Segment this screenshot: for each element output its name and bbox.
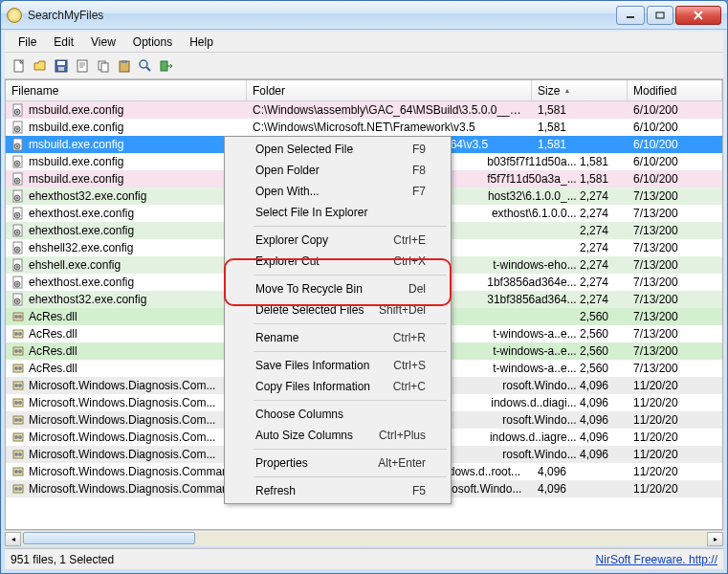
size-text: 4,096 — [532, 465, 628, 478]
context-item[interactable]: RenameCtrl+R — [227, 327, 449, 348]
context-item[interactable]: Choose Columns — [227, 404, 449, 425]
close-icon — [693, 11, 704, 20]
context-label: Delete Selected Files — [255, 303, 379, 317]
svg-point-66 — [18, 401, 22, 405]
context-item[interactable]: Open With...F7 — [227, 181, 449, 202]
modified-text: 11/20/20 — [628, 448, 722, 461]
svg-point-45 — [16, 283, 18, 285]
context-separator — [254, 275, 447, 276]
svg-point-81 — [18, 487, 22, 491]
svg-point-63 — [18, 384, 22, 387]
save-icon[interactable] — [53, 57, 70, 75]
context-shortcut: F7 — [412, 185, 426, 198]
menu-edit[interactable]: Edit — [46, 33, 81, 51]
context-item[interactable]: Explorer CopyCtrl+E — [227, 230, 449, 251]
menu-help[interactable]: Help — [182, 33, 221, 51]
filename-text: msbuild.exe.config — [29, 155, 123, 168]
filename-text: AcRes.dll — [29, 344, 77, 358]
header-filename[interactable]: Filename — [6, 80, 247, 100]
svg-point-65 — [14, 401, 18, 405]
copy-icon[interactable] — [95, 57, 112, 75]
svg-point-21 — [16, 145, 18, 147]
context-item[interactable]: Save Files InformationCtrl+S — [227, 355, 449, 376]
svg-rect-12 — [161, 61, 167, 71]
svg-rect-5 — [58, 67, 64, 71]
file-icon — [11, 310, 25, 323]
context-shortcut: Ctrl+S — [393, 359, 426, 372]
folder-text: C:\Windows\assembly\GAC_64\MSBuild\3.5.0… — [247, 103, 532, 117]
titlebar[interactable]: SearchMyFiles — [1, 1, 727, 30]
file-icon — [11, 172, 25, 186]
context-item[interactable]: RefreshF5 — [227, 480, 449, 501]
search-icon[interactable] — [137, 57, 154, 75]
minimize-button[interactable] — [616, 6, 645, 25]
context-label: Properties — [255, 456, 378, 470]
svg-rect-8 — [101, 63, 108, 72]
svg-point-74 — [14, 453, 18, 456]
paste-icon[interactable] — [116, 57, 133, 75]
context-shortcut: F8 — [412, 164, 426, 177]
modified-text: 7/13/200 — [628, 207, 722, 220]
context-item[interactable]: Auto Size ColumnsCtrl+Plus — [227, 425, 449, 446]
filename-text: AcRes.dll — [29, 310, 77, 323]
svg-point-27 — [16, 180, 18, 182]
scroll-left-button[interactable]: ◂ — [5, 532, 21, 546]
table-row[interactable]: msbuild.exe.configC:\Windows\Microsoft.N… — [6, 119, 722, 136]
maximize-button[interactable] — [647, 6, 673, 25]
exit-icon[interactable] — [158, 57, 175, 75]
menu-file[interactable]: File — [11, 33, 44, 51]
file-icon — [11, 224, 25, 237]
scroll-track[interactable] — [21, 532, 707, 546]
filename-text: ehexthost.exe.config — [29, 207, 134, 220]
open-icon[interactable] — [32, 57, 49, 75]
svg-point-15 — [16, 111, 18, 113]
text-icon[interactable] — [74, 57, 91, 75]
file-icon — [11, 103, 25, 117]
header-modified[interactable]: Modified — [628, 80, 722, 100]
context-item[interactable]: Open Selected FileF9 — [227, 139, 449, 160]
new-icon[interactable] — [11, 57, 28, 75]
file-icon — [11, 121, 25, 134]
svg-point-72 — [18, 435, 22, 439]
svg-rect-0 — [627, 16, 634, 18]
svg-point-48 — [16, 300, 18, 302]
modified-text: 7/13/200 — [628, 293, 722, 306]
filename-text: Microsoft.Windows.Diagnosis.Com... — [29, 448, 215, 461]
filename-text: Microsoft.Windows.Diagnosis.Com... — [29, 379, 215, 392]
context-label: Open Selected File — [255, 143, 412, 156]
svg-point-62 — [14, 384, 18, 387]
close-button[interactable] — [675, 6, 721, 25]
svg-point-33 — [16, 214, 18, 216]
context-shortcut: Shift+Del — [379, 303, 426, 317]
filename-text: Microsoft.Windows.Diagnosis.Com... — [29, 430, 215, 444]
svg-point-39 — [16, 249, 18, 251]
scroll-right-button[interactable]: ▸ — [707, 532, 723, 546]
context-item[interactable]: PropertiesAlt+Enter — [227, 453, 449, 474]
svg-point-53 — [14, 332, 18, 336]
svg-point-69 — [18, 418, 22, 422]
svg-point-60 — [18, 366, 22, 370]
filename-text: ehexthost32.exe.config — [29, 293, 146, 306]
svg-point-75 — [18, 453, 22, 456]
table-row[interactable]: msbuild.exe.configC:\Windows\assembly\GA… — [6, 101, 722, 119]
filename-text: msbuild.exe.config — [29, 138, 123, 151]
menu-options[interactable]: Options — [125, 33, 180, 51]
menu-view[interactable]: View — [83, 33, 123, 51]
context-item[interactable]: Explorer CutCtrl+X — [227, 251, 449, 272]
context-item[interactable]: Select File In Explorer — [227, 202, 449, 223]
minimize-icon — [626, 11, 635, 19]
context-item[interactable]: Move To Recycle BinDel — [227, 278, 449, 299]
context-separator — [254, 226, 447, 227]
file-icon — [11, 155, 25, 168]
header-size[interactable]: Size▴ — [532, 80, 628, 100]
context-label: Copy Files Information — [255, 380, 393, 393]
svg-point-24 — [16, 163, 18, 165]
status-right-link[interactable]: NirSoft Freeware. http:// — [596, 553, 717, 566]
svg-point-77 — [14, 470, 18, 474]
horizontal-scrollbar[interactable]: ◂ ▸ — [5, 530, 723, 546]
context-item[interactable]: Delete Selected FilesShift+Del — [227, 299, 449, 320]
scroll-thumb[interactable] — [23, 532, 195, 544]
header-folder[interactable]: Folder — [247, 80, 532, 100]
context-item[interactable]: Open FolderF8 — [227, 160, 449, 181]
context-item[interactable]: Copy Files InformationCtrl+C — [227, 376, 449, 397]
